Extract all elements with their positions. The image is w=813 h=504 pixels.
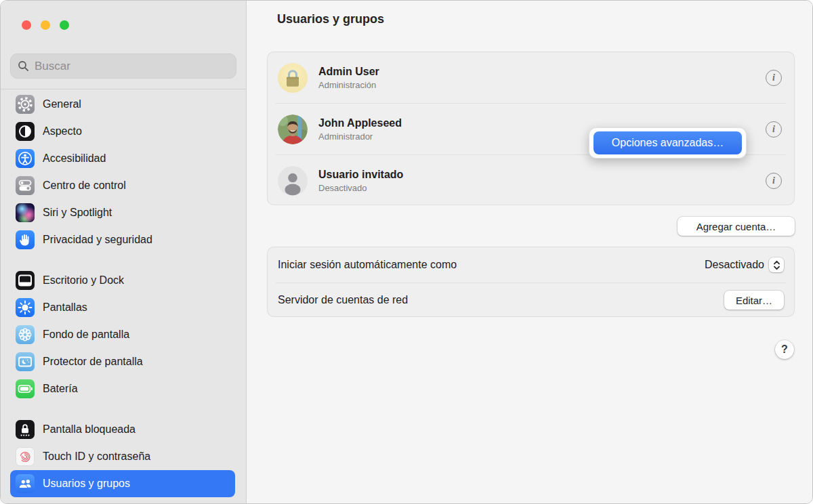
add-account-button[interactable]: Agregar cuenta…: [678, 217, 795, 236]
user-row-guest[interactable]: Usuario invitado Desactivado i: [268, 155, 794, 206]
settings-window: General Aspecto Accesibilidad Centro de …: [0, 0, 813, 504]
page-title: Usuarios y grupos: [277, 12, 384, 26]
sidebar-item-centro-de-control[interactable]: Centro de control: [10, 172, 235, 199]
sidebar-item-label: Pantalla bloqueada: [43, 423, 136, 436]
sidebar-item-privacidad-y-seguridad[interactable]: Privacidad y seguridad: [10, 226, 235, 253]
auto-login-value: Desactivado: [705, 259, 764, 271]
edit-button[interactable]: Editar…: [724, 291, 784, 310]
sidebar-group-gap: [1, 253, 246, 267]
sidebar-item-label: Touch ID y contraseña: [43, 450, 150, 463]
admin-lock-avatar: [278, 63, 308, 93]
sidebar-item-label: Aspecto: [43, 125, 82, 138]
sidebar-item-bateria[interactable]: Batería: [10, 375, 235, 402]
sun-icon: [16, 298, 35, 317]
user-row-admin[interactable]: Admin User Administración i: [268, 52, 794, 103]
sidebar-item-label: Pantallas: [43, 301, 87, 314]
sidebar-item-label: Protector de pantalla: [43, 356, 143, 368]
sidebar: General Aspecto Accesibilidad Centro de …: [1, 1, 247, 504]
sidebar-divider: [1, 89, 247, 89]
hand-icon: [16, 230, 35, 249]
user-texts: Admin User Administración: [318, 65, 766, 90]
control-center-icon: [16, 176, 35, 195]
sidebar-item-label: Siri y Spotlight: [43, 207, 112, 219]
help-button[interactable]: ?: [775, 340, 794, 359]
sidebar-item-label: Batería: [43, 383, 78, 395]
battery-icon: [16, 379, 35, 398]
sidebar-item-label: Fondo de pantalla: [43, 329, 129, 341]
sidebar-item-label: Privacidad y seguridad: [43, 234, 152, 246]
minimize-window-button[interactable]: [41, 20, 50, 30]
sidebar-item-label: Escritorio y Dock: [43, 274, 124, 287]
sidebar-item-aspecto[interactable]: Aspecto: [10, 118, 235, 145]
chevron-up-down-icon: [769, 257, 784, 272]
zoom-window-button[interactable]: [60, 20, 69, 30]
login-settings-card: Iniciar sesión automáticamente como Desa…: [267, 247, 795, 317]
context-popover: Opciones avanzadas…: [589, 127, 747, 159]
auto-login-label: Iniciar sesión automáticamente como: [278, 259, 705, 271]
search-icon: [18, 60, 29, 72]
search-input[interactable]: [35, 60, 229, 73]
sidebar-item-protector-de-pantalla[interactable]: Protector de pantalla: [10, 348, 235, 375]
close-window-button[interactable]: [22, 20, 31, 30]
info-icon[interactable]: i: [766, 121, 782, 138]
search-field[interactable]: [10, 54, 236, 79]
info-icon[interactable]: i: [766, 70, 782, 86]
user-subtitle: Desactivado: [318, 183, 766, 193]
sidebar-item-label: General: [43, 98, 81, 110]
guest-avatar: [278, 166, 308, 196]
sidebar-item-usuarios-y-grupos[interactable]: Usuarios y grupos: [10, 470, 235, 497]
advanced-options-button[interactable]: Opciones avanzadas…: [593, 131, 742, 154]
sidebar-item-label: Accesibilidad: [43, 152, 106, 165]
user-name: Admin User: [318, 65, 766, 79]
fingerprint-icon: [16, 447, 35, 466]
sidebar-item-pantalla-bloqueada[interactable]: Pantalla bloqueada: [10, 416, 235, 443]
siri-icon: [16, 203, 35, 222]
sidebar-nav: General Aspecto Accesibilidad Centro de …: [1, 91, 246, 497]
sidebar-item-label: Centro de control: [43, 180, 126, 192]
sidebar-item-label: Usuarios y grupos: [43, 478, 130, 490]
lock-screen-icon: [16, 420, 35, 439]
flower-icon: [16, 325, 35, 344]
sidebar-item-siri-y-spotlight[interactable]: Siri y Spotlight: [10, 199, 235, 226]
screensaver-icon: [16, 352, 35, 371]
users-icon: [16, 474, 35, 493]
sidebar-item-fondo-de-pantalla[interactable]: Fondo de pantalla: [10, 321, 235, 348]
sidebar-item-escritorio-y-dock[interactable]: Escritorio y Dock: [10, 267, 235, 294]
user-subtitle: Administración: [318, 80, 766, 90]
appearance-icon: [16, 122, 35, 141]
auto-login-select[interactable]: Desactivado: [705, 257, 784, 272]
sidebar-item-general[interactable]: General: [10, 91, 235, 118]
network-server-row: Servidor de cuentas de red Editar…: [268, 282, 794, 318]
john-photo-avatar: [278, 114, 308, 144]
sidebar-item-pantallas[interactable]: Pantallas: [10, 294, 235, 321]
sidebar-item-accesibilidad[interactable]: Accesibilidad: [10, 145, 235, 172]
sidebar-item-touch-id[interactable]: Touch ID y contraseña: [10, 443, 235, 470]
accessibility-icon: [16, 149, 35, 168]
auto-login-row: Iniciar sesión automáticamente como Desa…: [268, 247, 794, 282]
main-pane: Usuarios y grupos Admin User Administrac…: [247, 1, 813, 504]
desktop-dock-icon: [16, 271, 35, 290]
info-icon[interactable]: i: [766, 173, 782, 189]
user-texts: Usuario invitado Desactivado: [318, 168, 766, 193]
sidebar-group-gap: [1, 402, 246, 416]
gear-icon: [16, 95, 35, 114]
network-server-label: Servidor de cuentas de red: [278, 294, 724, 306]
user-name: Usuario invitado: [318, 168, 766, 182]
